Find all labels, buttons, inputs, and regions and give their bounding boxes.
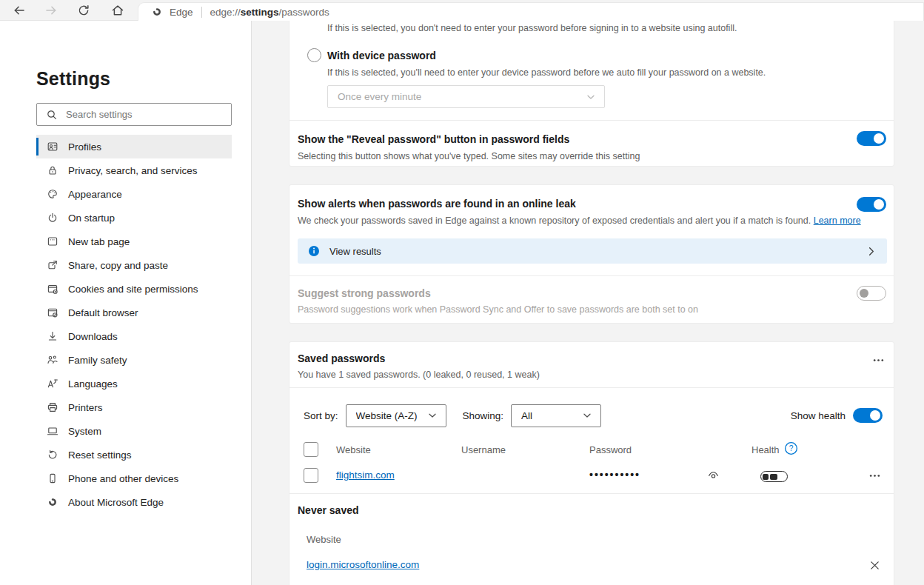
on-startup-icon (47, 212, 58, 224)
chevron-down-icon (585, 91, 597, 103)
info-icon (308, 245, 320, 257)
sidebar-item-on-startup[interactable]: On startup (36, 206, 232, 230)
forward-icon (44, 4, 58, 17)
show-health-toggle[interactable] (853, 408, 883, 423)
sidebar-item-label: Profiles (68, 141, 101, 153)
refresh-icon[interactable] (77, 4, 90, 17)
saved-passwords-summary: You have 1 saved passwords. (0 leaked, 0… (298, 370, 540, 380)
back-icon[interactable] (13, 4, 26, 17)
passwords-table-header: Website Username Password Health ? (304, 439, 883, 461)
sidebar-item-cookies-and-site-permissions[interactable]: Cookies and site permissions (36, 277, 232, 301)
home-icon[interactable] (111, 4, 124, 17)
share-icon (47, 259, 58, 271)
leak-alerts-toggle[interactable] (857, 197, 886, 212)
view-results-label: View results (329, 246, 866, 257)
sidebar-item-profiles[interactable]: Profiles (36, 135, 232, 158)
sidebar-item-appearance[interactable]: Appearance (36, 182, 232, 206)
leak-alerts-title: Show alerts when passwords are found in … (298, 198, 576, 210)
never-saved-row: login.microsoftonline.com (304, 553, 883, 580)
settings-sidebar: Settings ProfilesPrivacy, search, and se… (0, 21, 252, 585)
sidebar-item-label: System (68, 426, 101, 437)
sidebar-item-label: Share, copy and paste (68, 260, 168, 271)
phone-icon (47, 472, 58, 484)
appearance-icon (47, 188, 58, 200)
sidebar-item-label: Printers (68, 402, 103, 413)
sidebar-item-family-safety[interactable]: Family safety (36, 348, 232, 372)
device-password-radio[interactable] (307, 48, 321, 62)
divider (289, 275, 894, 276)
never-saved-site-link[interactable]: login.microsoftonline.com (307, 559, 419, 570)
chevron-down-icon (426, 410, 438, 421)
sidebar-item-label: Appearance (68, 189, 122, 200)
sidebar-item-reset-settings[interactable]: Reset settings (36, 443, 232, 467)
sidebar-item-share-copy-and-paste[interactable]: Share, copy and paste (36, 253, 232, 277)
leak-alerts-description: We check your passwords saved in Edge ag… (298, 215, 861, 226)
sidebar-item-languages[interactable]: Languages (36, 372, 232, 395)
cookies-icon (47, 283, 58, 295)
sidebar-item-label: New tab page (68, 236, 130, 247)
settings-search-box[interactable] (36, 103, 232, 126)
reveal-password-toggle[interactable] (857, 131, 886, 146)
page-title: Settings (36, 68, 110, 90)
sidebar-item-default-browser[interactable]: Default browser (36, 301, 232, 324)
reveal-password-description: Selecting this button shows what you've … (298, 151, 640, 161)
search-input[interactable] (66, 109, 214, 120)
edge-icon (47, 496, 58, 508)
printers-icon (47, 401, 58, 413)
sidebar-item-phone-and-other-devices[interactable]: Phone and other devices (36, 467, 232, 490)
address-bar[interactable]: Edge edge://settings/passwords (138, 2, 924, 21)
sidebar-item-new-tab-page[interactable]: New tab page (36, 230, 232, 253)
showing-dropdown[interactable]: All (511, 404, 601, 427)
sidebar-item-downloads[interactable]: Downloads (36, 324, 232, 348)
browser-toolbar: Edge edge://settings/passwords (0, 0, 924, 21)
leak-alerts-card: Show alerts when passwords are found in … (289, 184, 894, 324)
column-website: Website (336, 444, 371, 455)
column-username: Username (461, 444, 506, 455)
sort-by-dropdown[interactable]: Website (A-Z) (346, 404, 446, 427)
autofill-settings-card: If this is selected, you don't need to e… (289, 16, 894, 167)
sidebar-item-about-microsoft-edge[interactable]: About Microsoft Edge (36, 490, 232, 514)
profiles-icon (47, 141, 58, 153)
health-help-icon[interactable]: ? (784, 441, 798, 455)
svg-text:?: ? (789, 444, 794, 452)
more-options-icon[interactable] (872, 354, 885, 367)
sidebar-item-label: Reset settings (68, 449, 132, 461)
chevron-right-icon (866, 246, 877, 257)
row-checkbox[interactable] (304, 468, 318, 483)
system-icon (47, 425, 58, 437)
edge-settings-window: Edge edge://settings/passwords Settings … (0, 0, 924, 585)
select-all-checkbox[interactable] (304, 442, 318, 457)
sidebar-nav: ProfilesPrivacy, search, and servicesApp… (36, 135, 232, 514)
sidebar-item-printers[interactable]: Printers (36, 395, 232, 419)
family-safety-icon (47, 354, 58, 366)
reveal-eye-icon[interactable] (707, 469, 720, 481)
new-tab-icon (47, 235, 58, 247)
sidebar-item-label: Privacy, search, and services (68, 165, 198, 176)
device-password-description: If this is selected, you'll need to ente… (327, 67, 766, 78)
reset-icon (47, 449, 58, 461)
row-more-icon[interactable] (868, 469, 881, 482)
never-saved-column-website: Website (307, 534, 341, 545)
close-icon[interactable] (868, 559, 881, 572)
masked-password: •••••••••• (589, 469, 640, 481)
view-results-bar[interactable]: View results (298, 238, 887, 264)
learn-more-link[interactable]: Learn more (814, 215, 861, 226)
strong-passwords-title: Suggest strong passwords (298, 287, 431, 299)
password-row: flightsim.com •••••••••• (304, 462, 883, 489)
languages-icon (47, 378, 58, 390)
never-saved-title: Never saved (298, 504, 359, 516)
sidebar-item-label: Downloads (68, 331, 118, 342)
address-separator (201, 7, 202, 18)
saved-passwords-title: Saved passwords (298, 352, 385, 364)
website-link[interactable]: flightsim.com (336, 469, 395, 481)
divider (289, 120, 894, 121)
divider (289, 387, 894, 388)
privacy-icon (47, 164, 58, 176)
selected-accent-bar (36, 138, 38, 156)
sidebar-item-privacy-search-and-services[interactable]: Privacy, search, and services (36, 158, 232, 182)
sidebar-item-label: About Microsoft Edge (68, 497, 164, 508)
address-url[interactable]: edge://settings/passwords (210, 7, 329, 18)
reveal-password-title: Show the "Reveal password" button in pas… (298, 133, 569, 145)
sidebar-item-system[interactable]: System (36, 419, 232, 443)
sidebar-item-label: On startup (68, 213, 115, 224)
